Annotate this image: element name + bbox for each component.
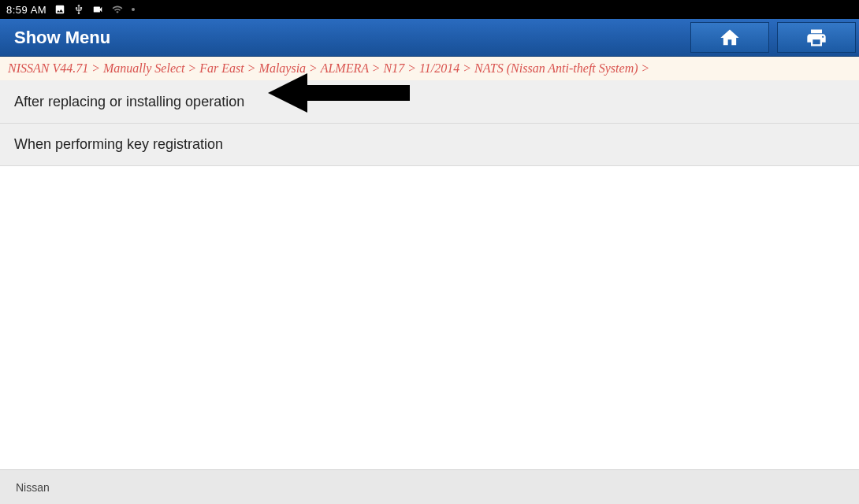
printer-icon bbox=[805, 27, 827, 49]
menu-item-after-replacing[interactable]: After replacing or installing operation bbox=[0, 81, 859, 124]
status-icons bbox=[54, 4, 135, 15]
footer-brand: Nissan bbox=[16, 481, 50, 494]
video-icon bbox=[92, 4, 103, 15]
picture-icon bbox=[54, 4, 65, 15]
print-button[interactable] bbox=[777, 22, 856, 53]
dot-icon bbox=[132, 8, 135, 11]
menu-item-label: After replacing or installing operation bbox=[14, 94, 244, 109]
android-status-bar: 8:59 AM bbox=[0, 0, 859, 19]
menu-item-label: When performing key registration bbox=[14, 136, 223, 152]
breadcrumb: NISSAN V44.71 > Manually Select > Far Ea… bbox=[0, 57, 859, 81]
page-title: Show Menu bbox=[14, 28, 110, 48]
wifi-icon bbox=[111, 4, 124, 15]
home-button[interactable] bbox=[690, 22, 769, 53]
menu-list: After replacing or installing operation … bbox=[0, 81, 859, 166]
usb-icon bbox=[73, 4, 84, 15]
title-bar-actions bbox=[690, 19, 859, 56]
menu-item-key-registration[interactable]: When performing key registration bbox=[0, 124, 859, 166]
clock-time: 8:59 AM bbox=[6, 4, 46, 16]
app-title-bar: Show Menu bbox=[0, 19, 859, 57]
home-icon bbox=[719, 27, 741, 49]
footer-bar: Nissan bbox=[0, 469, 859, 504]
